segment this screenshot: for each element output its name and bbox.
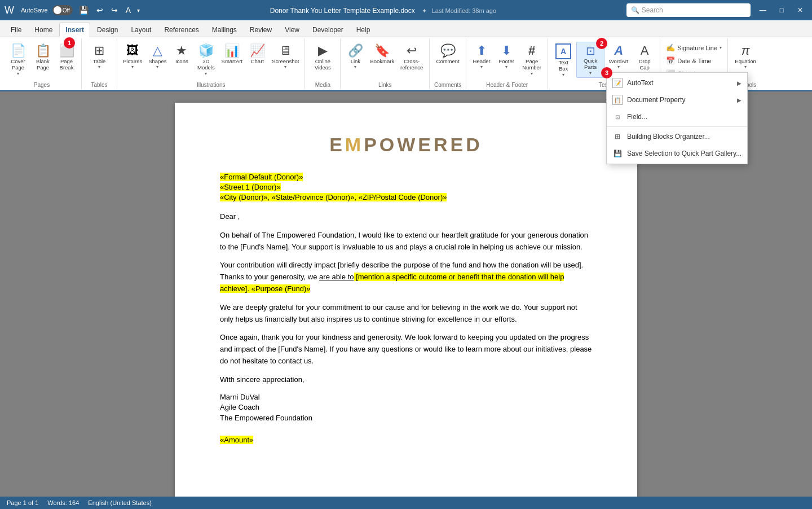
tab-layout[interactable]: Layout	[125, 23, 157, 37]
street1-field: «Street 1 (Donor)»	[220, 183, 281, 191]
page-number-button[interactable]: # PageNumber ▾	[519, 42, 544, 78]
autotext-label: AutoText	[627, 79, 654, 87]
dear-line: Dear ,	[220, 211, 592, 223]
autosave-toggle[interactable]: Off	[52, 5, 73, 15]
merge-fields-block: «Formal Default (Donor)» «Street 1 (Dono…	[220, 172, 592, 202]
screenshot-button[interactable]: 🖥 Screenshot ▾	[270, 42, 301, 71]
badge-1: 1	[64, 37, 75, 49]
pictures-button[interactable]: 🖼 Pictures ▾	[121, 42, 144, 71]
shapes-icon: △	[153, 43, 162, 58]
cover-page-button[interactable]: 📄 CoverPage ▾	[6, 42, 30, 78]
icons-button[interactable]: ★ Icons	[170, 42, 193, 66]
tab-design[interactable]: Design	[91, 23, 124, 37]
chart-icon: 📈	[250, 43, 265, 58]
illustrations-group-label: Illustrations	[121, 82, 301, 88]
undo-button[interactable]: ↩	[95, 4, 105, 16]
quick-parts-caret: ▾	[589, 71, 592, 76]
logo: EMPOWERED	[220, 134, 592, 156]
menu-item-save-selection[interactable]: 💾 Save Selection to Quick Part Gallery..…	[607, 145, 747, 162]
equation-button[interactable]: π Equation ▾	[731, 42, 760, 71]
language: English (United States)	[88, 499, 152, 506]
header-button[interactable]: ⬆ Header ▾	[470, 42, 493, 71]
document-title: Donor Thank You Letter Template Example.…	[270, 7, 415, 15]
media-group-label: Media	[308, 82, 337, 88]
minimize-button[interactable]: —	[755, 4, 771, 16]
signature-line-button[interactable]: ✍ Signature Line ▾	[663, 42, 725, 54]
page-info: Page 1 of 1	[7, 499, 38, 506]
closing-appreciation: With sincere appreciation,	[220, 374, 592, 386]
word-count: Words: 164	[47, 499, 79, 506]
pictures-icon: 🖼	[126, 43, 139, 58]
tab-developer[interactable]: Developer	[306, 23, 350, 37]
quick-parts-label: QuickParts	[584, 58, 597, 71]
wordart-caret: ▾	[617, 64, 620, 69]
bookmark-icon: 🔖	[374, 43, 390, 58]
icons-icon: ★	[176, 43, 187, 58]
autosave-indicator: ✦	[422, 7, 427, 14]
search-placeholder: Search	[642, 6, 663, 14]
menu-item-document-property[interactable]: 📋 Document Property ▶	[607, 91, 747, 108]
search-box[interactable]: 🔍 Search	[626, 3, 751, 17]
online-videos-icon: ▶	[318, 43, 328, 58]
font-color-button[interactable]: A	[124, 4, 133, 16]
quick-parts-button[interactable]: 2 ⊡ QuickParts ▾	[576, 42, 604, 78]
para-1: On behalf of The Empowered Foundation, I…	[220, 230, 592, 253]
save-button[interactable]: 💾	[77, 4, 90, 16]
shapes-caret: ▾	[156, 64, 158, 69]
online-videos-button[interactable]: ▶ OnlineVideos	[308, 42, 337, 73]
link-button[interactable]: 🔗 Link ▾	[344, 42, 367, 71]
quick-parts-icon: ⊡	[586, 44, 595, 58]
cross-reference-button[interactable]: ↩ Cross-reference	[398, 42, 426, 73]
menu-item-building-blocks[interactable]: ⊞ Building Blocks Organizer...	[607, 128, 747, 145]
wordart-label: WordArt	[609, 58, 629, 64]
pictures-caret: ▾	[131, 64, 134, 69]
link-label: Link	[351, 58, 360, 64]
icons-label: Icons	[175, 58, 188, 64]
text-box-caret: ▾	[562, 72, 564, 77]
tab-home[interactable]: Home	[28, 23, 59, 37]
tab-review[interactable]: Review	[244, 23, 278, 37]
menu-item-field[interactable]: ⊡ Field...	[607, 108, 747, 125]
links-group-label: Links	[344, 82, 426, 88]
wordart-button[interactable]: A WordArt ▾	[606, 42, 632, 71]
menu-item-autotext[interactable]: 📝 AutoText ▶	[607, 74, 747, 91]
qat-more-button[interactable]: ▾	[137, 7, 140, 14]
drop-cap-icon: A	[641, 43, 649, 58]
footer-icon: ⬇	[501, 43, 511, 58]
cross-reference-icon: ↩	[407, 43, 417, 58]
smartart-button[interactable]: 📊 SmartArt	[219, 42, 245, 66]
bookmark-button[interactable]: 🔖 Bookmark	[368, 42, 396, 66]
redo-button[interactable]: ↪	[109, 4, 120, 16]
cover-page-label: CoverPage	[11, 58, 25, 71]
chart-button[interactable]: 📈 Chart	[246, 42, 268, 66]
footer-button[interactable]: ⬇ Footer ▾	[495, 42, 518, 71]
close-button[interactable]: ✕	[793, 4, 807, 16]
tab-mailings[interactable]: Mailings	[206, 23, 243, 37]
blank-page-button[interactable]: 📋 BlankPage	[32, 42, 54, 73]
bookmark-label: Bookmark	[370, 58, 394, 64]
date-time-button[interactable]: 📅 Date & Time	[663, 55, 725, 67]
shapes-button[interactable]: △ Shapes ▾	[145, 42, 169, 71]
maximize-button[interactable]: □	[775, 4, 788, 16]
formal-default-field: «Formal Default (Donor)»	[220, 173, 303, 181]
tab-help[interactable]: Help	[350, 23, 377, 37]
text-box-button[interactable]: A TextBox ▾	[551, 42, 575, 79]
comment-button[interactable]: 💬 Comment	[433, 42, 462, 66]
tab-insert[interactable]: Insert	[59, 23, 90, 37]
tab-view[interactable]: View	[279, 23, 306, 37]
para-2-purpose: «Purpose (Fund)»	[249, 284, 310, 293]
table-button[interactable]: ⊞ Table ▾	[85, 42, 113, 71]
document-property-icon: 📋	[612, 95, 623, 105]
para-4: Once again, thank you for your kindness …	[220, 332, 592, 367]
tab-references[interactable]: References	[158, 23, 205, 37]
footer-caret: ▾	[505, 64, 508, 69]
status-bar: Page 1 of 1 Words: 164 English (United S…	[0, 497, 812, 509]
document-property-submenu-arrow: ▶	[737, 97, 742, 103]
badge-3: 3	[601, 67, 612, 78]
chart-label: Chart	[251, 58, 264, 64]
tab-file[interactable]: File	[5, 23, 28, 37]
table-label: Table	[93, 58, 106, 64]
save-selection-label: Save Selection to Quick Part Gallery...	[627, 150, 742, 157]
3d-models-button[interactable]: 🧊 3DModels ▾	[194, 42, 218, 78]
closing-name: Marni DuVal	[220, 393, 592, 402]
